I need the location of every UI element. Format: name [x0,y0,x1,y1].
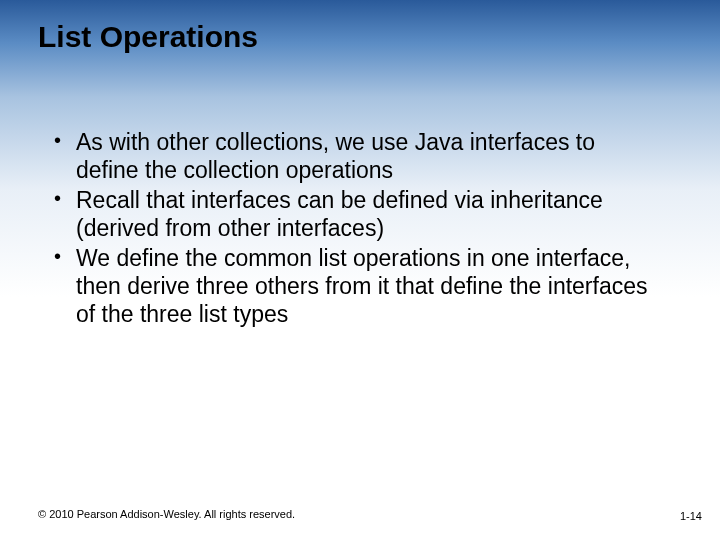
list-item: Recall that interfaces can be defined vi… [48,186,660,242]
slide: List Operations As with other collection… [0,0,720,540]
slide-title: List Operations [38,20,258,54]
page-number: 1-14 [680,510,702,522]
bullet-list: As with other collections, we use Java i… [48,128,660,328]
list-item: As with other collections, we use Java i… [48,128,660,184]
copyright-text: © 2010 Pearson Addison-Wesley. All right… [38,508,295,520]
slide-content: As with other collections, we use Java i… [48,128,660,330]
list-item: We define the common list operations in … [48,244,660,328]
